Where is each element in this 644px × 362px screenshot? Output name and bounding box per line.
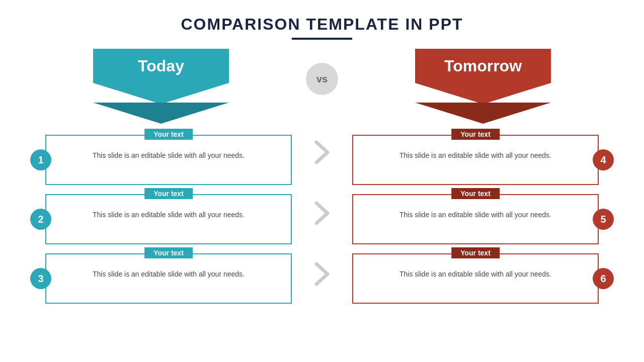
tomorrow-box-6: Your text This slide is an editable slid… xyxy=(352,253,599,304)
header-underline xyxy=(292,38,352,40)
tomorrow-header-4: Your text xyxy=(451,129,500,140)
tomorrow-card-6: 6 Your text This slide is an editable sl… xyxy=(352,253,614,304)
today-header-1: Your text xyxy=(144,129,193,140)
today-arrow xyxy=(93,83,229,104)
chevron-icon-3 xyxy=(313,261,331,287)
today-column: Today 1 Your text This slide is an edita… xyxy=(30,49,292,304)
today-header-3: Your text xyxy=(144,247,193,258)
tomorrow-arrow xyxy=(415,83,551,104)
chevron-icon-2 xyxy=(313,201,331,226)
vs-circle: vs xyxy=(306,63,338,95)
today-number-2: 2 xyxy=(30,209,51,230)
today-box-2: Your text This slide is an editable slid… xyxy=(45,194,292,244)
tomorrow-column: Tomorrow 4 Your text This slide is an ed… xyxy=(352,49,614,304)
tomorrow-body-5: This slide is an editable slide with all… xyxy=(353,195,598,227)
tomorrow-header-5: Your text xyxy=(451,188,500,199)
today-shape: Today xyxy=(93,49,229,124)
today-body-1: This slide is an editable slide with all… xyxy=(46,136,291,168)
today-shape-top: Today xyxy=(93,49,229,83)
tomorrow-cards-list: 4 Your text This slide is an editable sl… xyxy=(352,135,614,304)
tomorrow-body-6: This slide is an editable slide with all… xyxy=(353,254,598,287)
today-cards-list: 1 Your text This slide is an editable sl… xyxy=(30,135,292,304)
today-card-3: 3 Your text This slide is an editable sl… xyxy=(30,253,292,304)
tomorrow-box-5: Your text This slide is an editable slid… xyxy=(352,194,599,244)
tomorrow-box-4: Your text This slide is an editable slid… xyxy=(352,135,599,185)
center-area: vs xyxy=(292,49,352,300)
tomorrow-label: Tomorrow xyxy=(444,57,522,75)
tomorrow-header-6: Your text xyxy=(451,247,500,258)
today-card-1: 1 Your text This slide is an editable sl… xyxy=(30,135,292,185)
chevron-row-1 xyxy=(313,126,331,178)
tomorrow-shape: Tomorrow xyxy=(415,49,551,124)
slide-title: COMPARISON TEMPLATE IN PPT xyxy=(30,15,614,34)
tomorrow-arrow-shadow xyxy=(415,103,551,124)
today-body-2: This slide is an editable slide with all… xyxy=(46,195,291,227)
vs-label: vs xyxy=(316,73,328,85)
slide: COMPARISON TEMPLATE IN PPT Today 1 xyxy=(0,0,644,362)
tomorrow-body-4: This slide is an editable slide with all… xyxy=(353,136,598,168)
today-number-3: 3 xyxy=(30,268,51,289)
today-box-1: Your text This slide is an editable slid… xyxy=(45,135,292,185)
tomorrow-number-5: 5 xyxy=(593,209,614,230)
today-header-2: Your text xyxy=(144,188,193,199)
tomorrow-shape-top: Tomorrow xyxy=(415,49,551,83)
today-arrow-shadow xyxy=(93,103,229,124)
chevron-icon-1 xyxy=(313,140,331,165)
chevron-row-2 xyxy=(313,187,331,239)
chevron-row-3 xyxy=(313,248,331,300)
today-number-1: 1 xyxy=(30,149,51,170)
tomorrow-number-4: 4 xyxy=(593,149,614,170)
slide-header: COMPARISON TEMPLATE IN PPT xyxy=(30,15,614,40)
today-box-3: Your text This slide is an editable slid… xyxy=(45,253,292,304)
today-body-3: This slide is an editable slide with all… xyxy=(46,254,291,287)
chevrons-container xyxy=(313,126,331,300)
today-label: Today xyxy=(138,57,184,75)
tomorrow-number-6: 6 xyxy=(593,268,614,289)
today-card-2: 2 Your text This slide is an editable sl… xyxy=(30,194,292,244)
tomorrow-card-5: 5 Your text This slide is an editable sl… xyxy=(352,194,614,244)
tomorrow-card-4: 4 Your text This slide is an editable sl… xyxy=(352,135,614,185)
main-content: Today 1 Your text This slide is an edita… xyxy=(30,49,614,304)
